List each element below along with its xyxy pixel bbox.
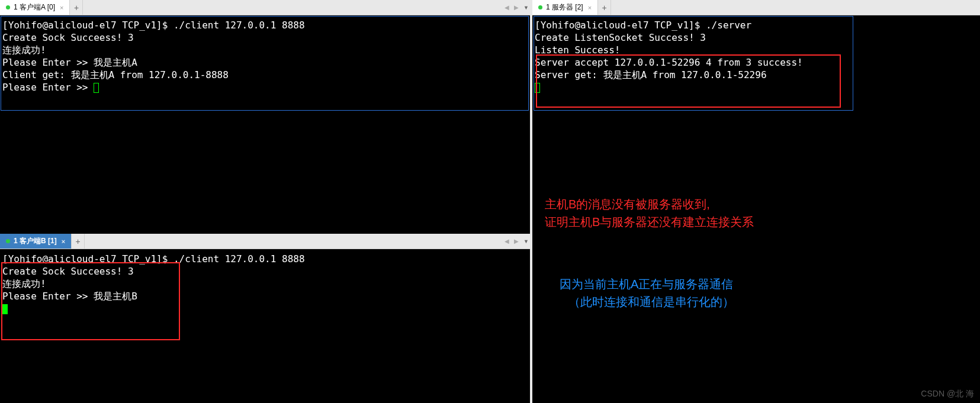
output-line: Please Enter >> 我是主机A	[2, 57, 137, 68]
nav-left-icon[interactable]: ◀	[503, 238, 510, 244]
command: ./server	[706, 20, 751, 31]
nav-left-icon[interactable]: ◀	[503, 4, 510, 11]
tab-label: 1 客户端B [1]	[14, 236, 57, 246]
tabbar-s: 1 服务器 [2] × +	[532, 0, 980, 15]
close-icon[interactable]: ×	[60, 4, 63, 11]
tab-label: 1 服务器 [2]	[546, 2, 583, 12]
cursor-icon	[2, 304, 8, 314]
cursor-icon	[535, 83, 540, 93]
pane-client-b: 1 客户端B [1] × + ◀ ▶ ▼ [Yohifo@alicloud-el…	[0, 234, 532, 403]
nav-dropdown-icon[interactable]: ▼	[522, 5, 530, 11]
pane-server: 1 服务器 [2] × + [Yohifo@alicloud-el7 TCP_v…	[532, 0, 980, 403]
tab-client-a[interactable]: 1 客户端A [0] ×	[0, 0, 70, 15]
prompt: [Yohifo@alicloud-el7 TCP_v1]$	[2, 20, 173, 31]
output-line: Please Enter >>	[2, 82, 94, 93]
output-line: Server get: 我是主机A from 127.0.0.1-52296	[535, 69, 767, 80]
tabbar-b: 1 客户端B [1] × + ◀ ▶ ▼	[0, 234, 532, 249]
prompt: [Yohifo@alicloud-el7 TCP_v1]$	[535, 20, 706, 31]
tab-nav: ◀ ▶ ▼	[501, 234, 532, 249]
tab-nav: ◀ ▶ ▼	[501, 0, 532, 15]
status-dot-icon	[6, 239, 10, 243]
command: ./client 127.0.0.1 8888	[173, 20, 305, 31]
terminal-s[interactable]: [Yohifo@alicloud-el7 TCP_v1]$ ./server C…	[532, 15, 980, 403]
nav-right-icon[interactable]: ▶	[513, 238, 520, 244]
add-tab-button[interactable]: +	[72, 234, 85, 249]
prompt: [Yohifo@alicloud-el7 TCP_v1]$	[2, 253, 173, 265]
output-line: Listen Success!	[535, 44, 621, 56]
add-tab-button[interactable]: +	[70, 0, 83, 15]
nav-dropdown-icon[interactable]: ▼	[522, 238, 530, 244]
status-dot-icon	[6, 5, 10, 9]
tabbar-a: 1 客户端A [0] × + ◀ ▶ ▼	[0, 0, 532, 15]
command: ./client 127.0.0.1 8888	[173, 253, 305, 265]
add-tab-button[interactable]: +	[598, 0, 611, 15]
close-icon[interactable]: ×	[62, 238, 65, 245]
tab-client-b[interactable]: 1 客户端B [1] ×	[0, 234, 72, 249]
cursor-icon	[94, 83, 99, 93]
output-line: Create ListenSocket Success! 3	[535, 32, 706, 43]
output-line: 连接成功!	[2, 278, 46, 289]
pane-client-a: 1 客户端A [0] × + ◀ ▶ ▼ [Yohifo@alicloud-el…	[0, 0, 532, 234]
status-dot-icon	[538, 5, 542, 9]
vertical-splitter[interactable]	[530, 0, 532, 403]
watermark: CSDN @北 海	[921, 389, 974, 399]
tab-label: 1 客户端A [0]	[14, 2, 55, 12]
terminal-a[interactable]: [Yohifo@alicloud-el7 TCP_v1]$ ./client 1…	[0, 15, 532, 234]
output-line: 连接成功!	[2, 44, 46, 56]
close-icon[interactable]: ×	[588, 4, 592, 11]
terminal-b[interactable]: [Yohifo@alicloud-el7 TCP_v1]$ ./client 1…	[0, 249, 532, 403]
output-line: Create Sock Succeess! 3	[2, 266, 134, 277]
tab-server[interactable]: 1 服务器 [2] ×	[532, 0, 598, 15]
output-line: Create Sock Succeess! 3	[2, 32, 134, 43]
output-line: Please Enter >> 我是主机B	[2, 291, 137, 302]
output-line: Server accept 127.0.0.1-52296 4 from 3 s…	[535, 57, 803, 68]
output-line: Client get: 我是主机A from 127.0.0.1-8888	[2, 69, 229, 80]
nav-right-icon[interactable]: ▶	[513, 4, 520, 11]
